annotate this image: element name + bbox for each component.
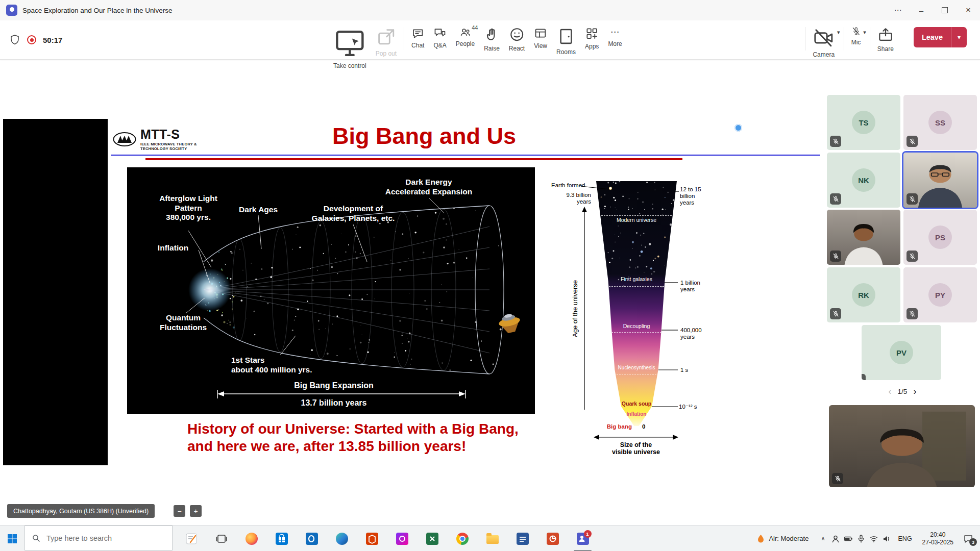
mic-muted-icon xyxy=(830,251,841,262)
tray-battery-icon[interactable] xyxy=(842,534,855,543)
view-button[interactable]: View xyxy=(529,25,552,51)
shared-screen-region: MTT-S IEEE MICROWAVE THEORY & TECHNOLOGY… xyxy=(3,119,825,465)
teams-notification-badge: 1 xyxy=(584,530,592,538)
page-prev-icon[interactable]: ‹ xyxy=(889,386,892,397)
shield-icon xyxy=(9,34,20,45)
teams-meeting-window: Space Exploration and Our Place in the U… xyxy=(0,0,980,551)
leave-button[interactable]: Leave ▾ xyxy=(914,27,967,47)
participant-tile-ss[interactable]: SS xyxy=(903,95,977,150)
participant-tile-nk[interactable]: NK xyxy=(827,153,900,208)
taskbar-powerpoint-icon[interactable] xyxy=(537,525,568,551)
rooms-button[interactable]: Rooms xyxy=(552,25,580,57)
slide-caption-line2: and here we are, after 13.85 billion yea… xyxy=(187,438,519,455)
start-button[interactable] xyxy=(0,525,24,551)
taskbar-outlook-icon[interactable] xyxy=(297,525,327,551)
apps-button[interactable]: Apps xyxy=(580,25,603,52)
participant-tile-ts[interactable]: TS xyxy=(827,95,900,150)
taskbar-task-view-icon[interactable] xyxy=(206,525,236,551)
taskbar-journal-icon[interactable] xyxy=(176,525,206,551)
participant-tile-py[interactable]: PY xyxy=(903,267,977,322)
qa-button[interactable]: Q&A xyxy=(429,25,451,51)
zoom-out-button[interactable]: − xyxy=(174,505,185,517)
presenter-cursor-dot xyxy=(734,124,742,132)
label-modern-universe: Modern universe xyxy=(596,217,677,223)
mic-muted-icon xyxy=(906,251,918,262)
search-input[interactable] xyxy=(45,534,160,543)
take-control-button[interactable]: Take control xyxy=(329,25,371,71)
notification-count-badge: 3 xyxy=(969,538,977,546)
qa-icon xyxy=(433,27,446,39)
mic-button[interactable]: Mic xyxy=(847,25,866,47)
big-bang-timeline-diagram: Afterglow Light Pattern 380,000 yrs. Dar… xyxy=(127,167,535,414)
label-decoupling: Decoupling xyxy=(596,323,677,329)
label-development: Development of Galaxies, Planets, etc. xyxy=(302,204,404,223)
taskbar-teams-icon[interactable]: 1 xyxy=(568,525,598,551)
titlebar: Space Exploration and Our Place in the U… xyxy=(0,0,980,21)
participant-tile-video-bottom[interactable] xyxy=(829,405,975,487)
share-icon xyxy=(877,27,894,43)
share-button[interactable]: Share xyxy=(873,25,898,54)
taskbar-search[interactable] xyxy=(24,525,173,550)
air-quality-widget[interactable]: Air: Moderate xyxy=(756,534,808,543)
close-button[interactable]: × xyxy=(957,0,980,20)
mic-muted-icon xyxy=(906,193,918,205)
taskbar-file-explorer-icon[interactable] xyxy=(477,525,507,551)
language-indicator[interactable]: ENG xyxy=(898,535,912,542)
mic-muted-icon xyxy=(830,308,841,319)
more-button[interactable]: ⋯ More xyxy=(603,25,626,49)
taskbar-store-icon[interactable] xyxy=(266,525,297,551)
taskbar-chrome-icon[interactable] xyxy=(447,525,477,551)
camera-button[interactable]: Camera xyxy=(808,25,839,60)
participant-tile-video-speaker[interactable] xyxy=(903,153,977,208)
participant-tile-ps[interactable]: PS xyxy=(903,210,977,265)
windows-taskbar: 1 Air: Moderate ∧ xyxy=(0,525,980,551)
avatar: NK xyxy=(852,168,875,192)
label-1-billion-years: 1 billion years xyxy=(680,280,700,293)
react-button[interactable]: React xyxy=(504,25,529,54)
label-12-to-15-billion-years: 12 to 15 billion years xyxy=(680,186,701,207)
slide-title: Big Bang and Us xyxy=(302,123,547,149)
page-next-icon[interactable]: › xyxy=(913,386,916,397)
mic-off-icon xyxy=(851,27,861,36)
avatar: RK xyxy=(852,283,875,307)
tray-person-icon[interactable] xyxy=(829,534,842,543)
mic-options-chevron-icon[interactable]: ▾ xyxy=(863,29,866,36)
react-icon xyxy=(509,27,525,42)
tray-mic-icon[interactable] xyxy=(855,534,868,543)
tray-wifi-icon[interactable] xyxy=(868,534,880,543)
people-button[interactable]: 44 People xyxy=(451,25,479,49)
taskbar-m365-icon[interactable] xyxy=(357,525,387,551)
label-10-minus-12-s: 10⁻¹² s xyxy=(679,404,697,410)
tray-volume-icon[interactable] xyxy=(880,534,893,543)
taskbar-excel-icon[interactable] xyxy=(417,525,447,551)
windows-logo-icon xyxy=(7,534,17,544)
axis-age-of-universe: Age of the universe xyxy=(571,280,579,337)
slide-caption-line1: History of our Universe: Started with a … xyxy=(187,420,519,438)
taskbar-designer-icon[interactable] xyxy=(387,525,417,551)
label-9-3-billion-years: 9.3 billion years xyxy=(562,192,591,205)
clock-time: 20:40 xyxy=(930,531,945,539)
label-earth-formed: Earth formed xyxy=(551,182,585,189)
avatar: PS xyxy=(928,226,952,249)
taskbar-firefox-icon[interactable] xyxy=(236,525,266,551)
titlebar-more-icon[interactable]: ⋯ xyxy=(886,0,910,20)
zoom-in-button[interactable]: + xyxy=(190,505,202,517)
raise-hand-button[interactable]: Raise xyxy=(479,25,504,54)
maximize-button[interactable] xyxy=(933,0,957,20)
taskbar-clock[interactable]: 20:40 27-03-2025 xyxy=(922,531,953,546)
participant-tile-pv[interactable]: PV xyxy=(862,325,941,380)
air-quality-label: Air: Moderate xyxy=(769,535,808,542)
minimize-button[interactable]: – xyxy=(910,0,933,20)
participant-tile-rk[interactable]: RK xyxy=(827,267,900,322)
camera-off-icon xyxy=(813,27,835,48)
tray-chevron-up-icon[interactable]: ∧ xyxy=(821,535,825,542)
action-center-button[interactable]: 3 xyxy=(959,534,978,544)
participant-tile-video-2[interactable] xyxy=(827,210,900,265)
camera-options-chevron-icon[interactable]: ▾ xyxy=(837,29,840,36)
chat-button[interactable]: Chat xyxy=(407,25,429,51)
taskbar-word-icon[interactable] xyxy=(507,525,537,551)
meeting-timer: 50:17 xyxy=(43,36,62,44)
leave-options-chevron-icon[interactable]: ▾ xyxy=(951,34,967,41)
mic-muted-icon xyxy=(862,374,866,380)
taskbar-edge-icon[interactable] xyxy=(327,525,357,551)
